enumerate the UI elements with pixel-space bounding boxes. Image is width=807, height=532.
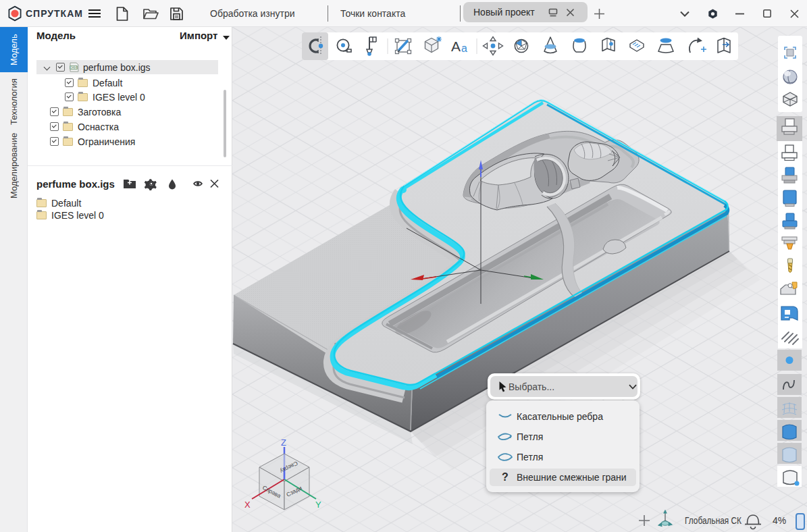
svg-text:A: A <box>451 38 461 54</box>
svg-text:a: a <box>461 43 467 54</box>
svg-text:Y: Y <box>315 500 321 510</box>
svg-text:X: X <box>244 500 251 510</box>
svg-text:IGS: IGS <box>70 65 77 70</box>
svg-text:Z: Z <box>281 437 286 448</box>
svg-text:4%: 4% <box>773 515 786 526</box>
svg-text:Глобальная СК: Глобальная СК <box>685 515 742 526</box>
